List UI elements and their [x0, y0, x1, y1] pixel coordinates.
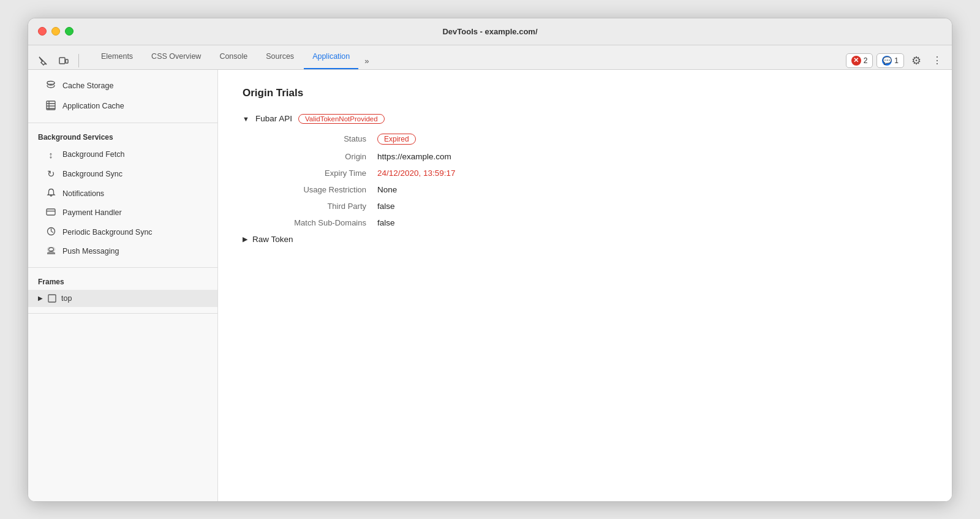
- raw-token-row: ▶ Raw Token: [243, 235, 927, 244]
- frames-top-label: top: [61, 294, 72, 303]
- minimize-button[interactable]: [51, 27, 60, 36]
- origin-value: https://example.com: [377, 152, 451, 161]
- expiry-label: Expiry Time: [243, 169, 377, 178]
- content-panel: Origin Trials ▼ Fubar API ValidTokenNotP…: [218, 70, 952, 501]
- device-icon[interactable]: [55, 52, 72, 69]
- api-header: ▼ Fubar API ValidTokenNotProvided: [243, 114, 927, 124]
- warning-count: 1: [894, 56, 899, 65]
- maximize-button[interactable]: [65, 27, 74, 36]
- warning-badge-button[interactable]: 💬 1: [876, 53, 904, 68]
- background-sync-icon: ↻: [45, 169, 56, 180]
- sidebar-item-background-fetch[interactable]: ↕ Background Fetch: [28, 145, 217, 164]
- detail-row-status: Status Expired: [243, 134, 927, 145]
- svg-point-2: [47, 81, 55, 84]
- api-chevron-icon[interactable]: ▼: [243, 115, 249, 123]
- detail-rows: Status Expired Origin https://example.co…: [243, 134, 927, 227]
- notifications-label: Notifications: [62, 189, 104, 198]
- background-fetch-label: Background Fetch: [62, 150, 124, 159]
- status-label: Status: [243, 134, 377, 143]
- origin-label: Origin: [243, 152, 377, 161]
- detail-row-expiry: Expiry Time 24/12/2020, 13:59:17: [243, 169, 927, 178]
- application-cache-label: Application Cache: [62, 102, 124, 110]
- sub-domains-value: false: [377, 218, 395, 227]
- application-cache-icon: [45, 100, 56, 112]
- tab-elements[interactable]: Elements: [92, 45, 141, 69]
- tabbar: Elements CSS Overview Console Sources Ap…: [28, 45, 952, 70]
- sidebar-item-cache-storage[interactable]: Cache Storage: [28, 76, 217, 96]
- tab-css-overview[interactable]: CSS Overview: [143, 45, 209, 69]
- notifications-icon: [45, 188, 56, 199]
- api-name: Fubar API: [255, 114, 292, 123]
- api-section: ▼ Fubar API ValidTokenNotProvided Status…: [243, 114, 927, 244]
- usage-label: Usage Restriction: [243, 185, 377, 194]
- expiry-value: 24/12/2020, 13:59:17: [377, 169, 456, 178]
- third-party-label: Third Party: [243, 202, 377, 211]
- tab-sources[interactable]: Sources: [257, 45, 303, 69]
- status-value: Expired: [377, 134, 416, 145]
- push-messaging-icon: [45, 246, 56, 257]
- raw-token-chevron-icon[interactable]: ▶: [243, 235, 247, 243]
- payment-handler-icon: [45, 208, 56, 218]
- close-button[interactable]: [38, 27, 47, 36]
- detail-row-sub-domains: Match Sub-Domains false: [243, 218, 927, 227]
- sidebar-item-application-cache[interactable]: Application Cache: [28, 96, 217, 116]
- titlebar: DevTools - example.com/: [28, 18, 952, 45]
- settings-button[interactable]: ⚙: [908, 52, 925, 69]
- frames-section: Frames ▶ top: [28, 268, 217, 314]
- tab-console[interactable]: Console: [211, 45, 256, 69]
- tab-application[interactable]: Application: [304, 45, 358, 69]
- error-icon: ✕: [851, 56, 861, 66]
- sidebar: Cache Storage Application Cache: [28, 70, 218, 501]
- toolbar-separator: [78, 54, 79, 67]
- svg-rect-1: [66, 59, 68, 63]
- sidebar-item-notifications[interactable]: Notifications: [28, 184, 217, 203]
- svg-line-12: [51, 231, 53, 232]
- push-messaging-label: Push Messaging: [62, 247, 119, 256]
- cache-storage-label: Cache Storage: [62, 81, 113, 90]
- periodic-background-sync-label: Periodic Background Sync: [62, 228, 153, 237]
- svg-rect-8: [47, 209, 55, 215]
- sidebar-item-top[interactable]: ▶ top: [28, 290, 217, 307]
- devtools-window: DevTools - example.com/ Elements CSS Ove…: [28, 18, 952, 502]
- svg-rect-0: [59, 58, 65, 64]
- error-count: 2: [864, 56, 868, 65]
- svg-rect-15: [48, 295, 56, 302]
- payment-handler-label: Payment Handler: [62, 208, 122, 217]
- detail-row-third-party: Third Party false: [243, 202, 927, 211]
- warning-icon: 💬: [882, 56, 892, 66]
- frames-title: Frames: [28, 274, 217, 290]
- periodic-background-sync-icon: [45, 227, 56, 238]
- error-badge-button[interactable]: ✕ 2: [846, 53, 873, 68]
- page-title: Origin Trials: [243, 87, 927, 99]
- more-tabs-button[interactable]: »: [360, 53, 374, 69]
- sidebar-item-push-messaging[interactable]: Push Messaging: [28, 242, 217, 261]
- third-party-value: false: [377, 202, 395, 211]
- usage-value: None: [377, 185, 397, 194]
- window-controls: [38, 27, 74, 36]
- window-title: DevTools - example.com/: [442, 27, 537, 36]
- background-fetch-icon: ↕: [45, 150, 56, 160]
- detail-row-origin: Origin https://example.com: [243, 152, 927, 161]
- inspect-icon[interactable]: [34, 52, 51, 69]
- storage-section: Cache Storage Application Cache: [28, 70, 217, 123]
- sidebar-item-periodic-background-sync[interactable]: Periodic Background Sync: [28, 222, 217, 242]
- api-token-badge: ValidTokenNotProvided: [298, 114, 385, 124]
- main-area: Cache Storage Application Cache: [28, 70, 952, 501]
- sidebar-item-payment-handler[interactable]: Payment Handler: [28, 203, 217, 222]
- background-services-title: Background Services: [28, 129, 217, 145]
- frame-icon: [48, 294, 56, 303]
- raw-token-label: Raw Token: [252, 235, 293, 244]
- background-sync-label: Background Sync: [62, 170, 123, 178]
- toolbar-icons: [34, 52, 81, 69]
- tabbar-right-controls: ✕ 2 💬 1 ⚙ ⋮: [846, 52, 946, 69]
- more-options-button[interactable]: ⋮: [929, 52, 946, 69]
- cache-storage-icon: [45, 80, 56, 92]
- background-services-section: Background Services ↕ Background Fetch ↻…: [28, 123, 217, 268]
- frames-expand-icon: ▶: [38, 295, 43, 301]
- sidebar-item-background-sync[interactable]: ↻ Background Sync: [28, 164, 217, 184]
- detail-row-usage: Usage Restriction None: [243, 185, 927, 194]
- sub-domains-label: Match Sub-Domains: [243, 218, 377, 227]
